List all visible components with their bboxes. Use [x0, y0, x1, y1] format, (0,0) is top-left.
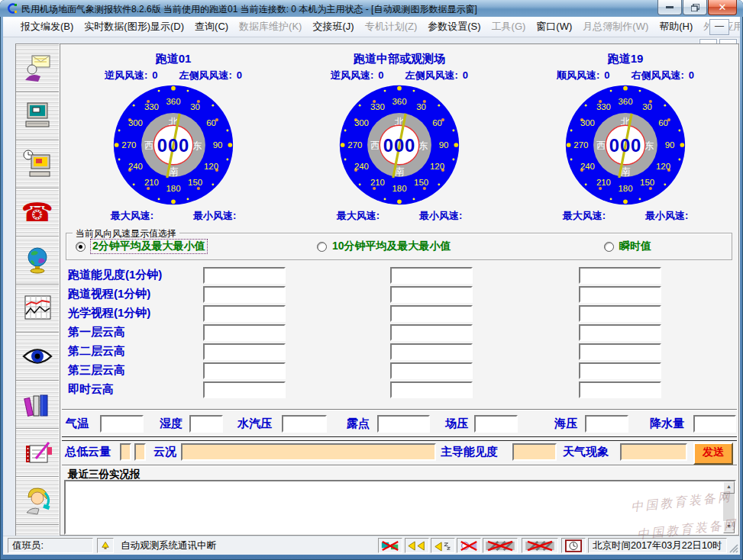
toolbar-phone-button[interactable]: ☎ — [16, 188, 59, 237]
max-wind-readout: 最大风速: — [563, 209, 606, 223]
status-bar: 值班员: 自动观测系统通讯中断 — [3, 536, 740, 555]
reading-input[interactable] — [579, 324, 661, 341]
chart-icon — [22, 293, 53, 323]
radio-2min-average[interactable]: 2分钟平均及最大最小值 — [76, 240, 207, 253]
separator — [62, 436, 737, 441]
reading-input[interactable] — [203, 267, 286, 284]
resize-grip[interactable] — [728, 543, 738, 553]
reading-input[interactable] — [203, 381, 286, 398]
radio-icon[interactable] — [604, 242, 614, 252]
dial-runway-middle: 跑道中部或观测场 逆风风速:0 左侧风风速:0 360 30 60 90 — [286, 52, 512, 223]
radio-icon[interactable] — [317, 242, 327, 252]
wind-dials-row: 跑道01 逆风风速:0 左侧风风速:0 360 30 60 90 — [60, 52, 738, 223]
reading-input[interactable] — [390, 343, 473, 360]
crosswind-readout: 左侧风风速:0 — [405, 69, 469, 82]
reading-input[interactable] — [390, 267, 473, 284]
title-bar[interactable]: 民用机场地面气象测报软件8.2.6版 当前使用的跑道01 当前连接数: 0 本机… — [0, 0, 743, 17]
menu-item-query[interactable]: 查询(C) — [189, 18, 234, 36]
svg-text:150: 150 — [414, 178, 428, 187]
beijing-time-panel: 北京时间2017年03月22日10时 — [588, 538, 727, 553]
app-icon — [5, 2, 18, 14]
separator — [62, 409, 737, 410]
menu-item-settings[interactable]: 参数设置(S) — [422, 18, 486, 36]
radio-icon[interactable] — [76, 242, 86, 252]
toolbar-eye-button[interactable] — [16, 333, 59, 381]
horn-sleep-icon — [433, 540, 453, 552]
wind-direction-value: 000 — [157, 135, 190, 156]
restore-button[interactable] — [683, 0, 707, 15]
temperature-input[interactable] — [100, 415, 144, 433]
toolbar-computer-clock-button[interactable] — [16, 140, 59, 188]
reading-input[interactable] — [203, 305, 286, 322]
display-mode-legend: 当前风向风速显示值选择 — [73, 227, 179, 240]
toolbar-chart-button[interactable] — [16, 285, 59, 333]
reading-input[interactable] — [579, 362, 661, 379]
reading-input[interactable] — [579, 381, 661, 398]
svg-text:西: 西 — [144, 140, 153, 151]
link-broken-icon — [380, 540, 400, 552]
minimize-button[interactable] — [657, 0, 682, 15]
scroll-down-button[interactable]: ▼ — [723, 521, 735, 533]
row-label: 跑道能见度(1分钟) — [68, 268, 162, 282]
precipitation-input[interactable] — [693, 415, 736, 433]
reading-input[interactable] — [579, 286, 661, 303]
reports-scrollbar[interactable]: ▲ ▼ — [723, 481, 735, 533]
operator-icon — [22, 485, 53, 516]
reading-input[interactable] — [579, 343, 661, 360]
min-wind-readout: 最小风速: — [645, 209, 688, 223]
vapor-pressure-input[interactable] — [282, 415, 327, 433]
field-pressure-input[interactable] — [474, 415, 518, 433]
reading-input[interactable] — [390, 286, 473, 303]
sea-pressure-input[interactable] — [585, 415, 628, 433]
toolbar-globe-button[interactable] — [16, 237, 59, 285]
weather-phenomena-input[interactable] — [620, 443, 687, 461]
menu-item-shift-change[interactable]: 交接班(J) — [307, 18, 359, 36]
reading-input[interactable] — [579, 305, 661, 322]
svg-text:60: 60 — [658, 118, 668, 127]
window-title: 民用机场地面气象测报软件8.2.6版 当前使用的跑道01 当前连接数: 0 本机… — [21, 3, 477, 16]
reading-input[interactable] — [203, 286, 286, 303]
reading-input[interactable] — [203, 362, 286, 379]
toolbar-books-button[interactable] — [16, 381, 59, 429]
menu-item-window[interactable]: 窗口(W) — [531, 18, 577, 36]
menu-item-realtime-display[interactable]: 实时数据(图形)显示(D) — [79, 18, 189, 36]
svg-text:180: 180 — [392, 184, 406, 193]
svg-text:180: 180 — [166, 184, 180, 193]
reading-input[interactable] — [579, 267, 661, 284]
visibility-input[interactable] — [512, 443, 557, 461]
send-button[interactable]: 发送 — [693, 443, 733, 465]
close-icon: ✕ — [719, 2, 727, 13]
toolbar-mail-compose-button[interactable] — [16, 44, 59, 92]
scroll-up-button[interactable]: ▲ — [723, 481, 735, 494]
cloud-condition-input[interactable] — [181, 443, 436, 461]
crosswind-readout: 右侧风风速:0 — [632, 69, 695, 82]
toolbar-terminal-button[interactable] — [16, 92, 59, 140]
svg-text:360: 360 — [392, 97, 406, 106]
recent-reports-content[interactable] — [66, 481, 723, 533]
row-label: 第一层云高 — [68, 325, 125, 340]
reading-input[interactable] — [390, 324, 473, 341]
serial-status-panel-2 — [522, 538, 558, 553]
reading-input[interactable] — [390, 381, 473, 398]
mdi-minimize-button[interactable]: — — [709, 19, 729, 35]
close-button[interactable]: ✕ — [708, 0, 737, 15]
reading-input[interactable] — [203, 343, 286, 360]
main-panel: 跑道01 逆风风速:0 左侧风风速:0 360 30 60 90 — [60, 43, 739, 536]
reading-input[interactable] — [390, 362, 473, 379]
dew-point-input[interactable] — [377, 415, 430, 433]
menu-item-message-edit[interactable]: 报文编发(B) — [15, 18, 79, 36]
toolbar-operator-button[interactable] — [16, 477, 59, 525]
reading-input[interactable] — [203, 324, 286, 341]
radio-10min-average[interactable]: 10分钟平均及最大最小值 — [317, 240, 451, 253]
low-cloud-input-1[interactable] — [120, 443, 131, 461]
svg-text:120: 120 — [656, 162, 670, 171]
menu-item-help[interactable]: 帮助(H) — [654, 18, 698, 36]
toolbar-notepad-button[interactable] — [16, 429, 59, 477]
humidity-input[interactable] — [189, 415, 223, 433]
low-cloud-input-2[interactable] — [134, 443, 146, 461]
reading-input[interactable] — [390, 305, 473, 322]
radio-instant-value[interactable]: 瞬时值 — [604, 240, 651, 253]
menu-item-special-plan: 专机计划(Z) — [360, 18, 423, 36]
svg-text:30: 30 — [190, 102, 200, 111]
max-wind-readout: 最大风速: — [111, 209, 153, 223]
